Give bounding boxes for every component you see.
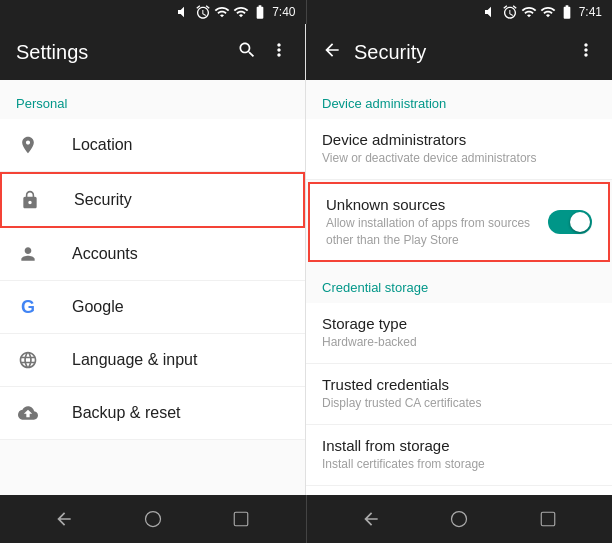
left-header: Settings — [0, 24, 305, 80]
unknown-sources-toggle[interactable] — [548, 210, 592, 234]
right-back-nav-icon[interactable] — [351, 499, 391, 539]
right-content: Device administration Device administrat… — [306, 80, 612, 495]
sidebar-item-backup[interactable]: Backup & reset — [0, 387, 305, 440]
device-admin-label: Device administration — [306, 80, 612, 119]
location-label: Location — [72, 136, 133, 154]
sidebar-item-google[interactable]: G Google — [0, 281, 305, 334]
language-label: Language & input — [72, 351, 197, 369]
left-status-icons — [176, 4, 268, 20]
main-panels: Settings Personal Location — [0, 24, 612, 495]
google-icon: G — [16, 295, 40, 319]
svg-rect-1 — [235, 512, 249, 526]
right-home-nav-icon[interactable] — [439, 499, 479, 539]
install-from-storage-subtitle: Install certificates from storage — [322, 456, 596, 473]
navigation-bars — [0, 495, 612, 543]
left-recents-nav-icon[interactable] — [221, 499, 261, 539]
sidebar-item-location[interactable]: Location — [0, 119, 305, 172]
right-more-options-icon[interactable] — [576, 40, 596, 65]
right-status-bar: 7:41 — [307, 0, 613, 24]
unknown-sources-subtitle: Allow installation of apps from sources … — [326, 215, 540, 249]
left-back-nav-icon[interactable] — [44, 499, 84, 539]
trusted-credentials-title: Trusted credentials — [322, 376, 596, 393]
left-time: 7:40 — [272, 5, 295, 19]
unknown-sources-title: Unknown sources — [326, 196, 540, 213]
search-icon[interactable] — [237, 40, 257, 65]
clear-credentials-item[interactable]: Clear credentials — [306, 486, 612, 495]
device-administrators-item[interactable]: Device administrators View or deactivate… — [306, 119, 612, 180]
google-label: Google — [72, 298, 124, 316]
settings-title: Settings — [16, 41, 225, 64]
svg-rect-3 — [541, 512, 555, 526]
unknown-sources-text: Unknown sources Allow installation of ap… — [326, 196, 540, 249]
credential-storage-label: Credential storage — [306, 264, 612, 303]
left-panel: Settings Personal Location — [0, 24, 306, 495]
install-from-storage-title: Install from storage — [322, 437, 596, 454]
device-admin-subtitle: View or deactivate device administrators — [322, 150, 596, 167]
left-content: Personal Location Security Acc — [0, 80, 305, 495]
unknown-sources-item[interactable]: Unknown sources Allow installation of ap… — [308, 182, 610, 263]
right-header: Security — [306, 24, 612, 80]
more-options-icon[interactable] — [269, 40, 289, 65]
storage-type-item[interactable]: Storage type Hardware-backed — [306, 303, 612, 364]
status-bars: 7:40 7:41 — [0, 0, 612, 24]
left-home-nav-icon[interactable] — [133, 499, 173, 539]
trusted-credentials-subtitle: Display trusted CA certificates — [322, 395, 596, 412]
backup-icon — [16, 401, 40, 425]
storage-type-title: Storage type — [322, 315, 596, 332]
sidebar-item-security[interactable]: Security — [0, 172, 305, 228]
security-label: Security — [74, 191, 132, 209]
trusted-credentials-item[interactable]: Trusted credentials Display trusted CA c… — [306, 364, 612, 425]
accounts-label: Accounts — [72, 245, 138, 263]
globe-icon — [16, 348, 40, 372]
install-from-storage-item[interactable]: Install from storage Install certificate… — [306, 425, 612, 486]
storage-type-subtitle: Hardware-backed — [322, 334, 596, 351]
svg-point-2 — [452, 512, 467, 527]
security-title: Security — [354, 41, 564, 64]
left-nav-bar — [0, 495, 306, 543]
location-icon — [16, 133, 40, 157]
person-icon — [16, 242, 40, 266]
sidebar-item-language[interactable]: Language & input — [0, 334, 305, 387]
unknown-sources-row: Unknown sources Allow installation of ap… — [326, 196, 592, 249]
backup-label: Backup & reset — [72, 404, 181, 422]
back-icon[interactable] — [322, 40, 342, 65]
personal-section-label: Personal — [0, 80, 305, 119]
right-status-icons — [483, 4, 575, 20]
left-status-bar: 7:40 — [0, 0, 306, 24]
lock-icon — [18, 188, 42, 212]
right-recents-nav-icon[interactable] — [528, 499, 568, 539]
right-panel: Security Device administration Device ad… — [306, 24, 612, 495]
device-admin-title: Device administrators — [322, 131, 596, 148]
right-nav-bar — [307, 495, 613, 543]
right-time: 7:41 — [579, 5, 602, 19]
svg-point-0 — [145, 512, 160, 527]
sidebar-item-accounts[interactable]: Accounts — [0, 228, 305, 281]
